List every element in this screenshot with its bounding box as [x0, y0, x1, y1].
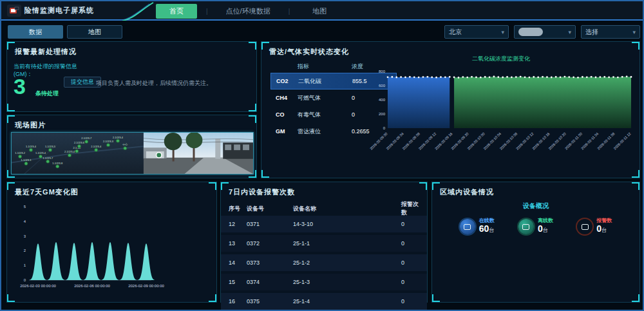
tab-2[interactable]: 点位/环境数据 — [217, 4, 279, 19]
map-marker-label: 2-1/2/3-4 — [91, 145, 102, 148]
cell-dc2: 0372 — [247, 240, 293, 247]
logo-icon — [9, 6, 19, 15]
site-select-redacted-value — [518, 28, 543, 36]
site-select[interactable]: ▾ — [514, 25, 576, 39]
gas-header-indicator: 指标 — [298, 62, 352, 71]
cell-dc2: 0374 — [247, 279, 293, 285]
gas-cell-name: 有毒气体 — [298, 111, 352, 119]
gas-cell-name: 雷达液位 — [298, 127, 352, 136]
map-marker[interactable] — [46, 160, 50, 163]
map-marker[interactable] — [124, 147, 127, 150]
svg-text:5: 5 — [24, 205, 26, 209]
map-marker[interactable] — [24, 162, 28, 165]
chevron-down-icon: ▾ — [632, 29, 636, 35]
table-row[interactable]: 12037114-3-100 — [221, 216, 427, 232]
svg-text:1: 1 — [24, 263, 26, 267]
gas-cell-code: GM — [270, 128, 298, 135]
svg-text:4: 4 — [24, 220, 26, 223]
gas-cell-name: 二氧化碳 — [298, 77, 352, 86]
svg-text:2: 2 — [24, 249, 26, 252]
svg-text:600: 600 — [379, 84, 386, 88]
map-marker[interactable] — [85, 140, 88, 144]
chevron-down-icon: ▾ — [501, 29, 504, 35]
gas-cell-code: CO2 — [271, 78, 298, 84]
device-icon — [460, 219, 475, 234]
svg-text:2026-02-03 00:00:00: 2026-02-03 00:00:00 — [20, 284, 56, 288]
map-marker-label: 2-1/2/3-4 — [64, 150, 75, 153]
gm-chart-svg[interactable]: 0123452026-02-03 00:00:002026-02-06 00:0… — [12, 198, 213, 299]
map-marker[interactable] — [77, 145, 80, 148]
map-marker[interactable] — [75, 149, 79, 153]
map-marker-label: 1-1/2/3-4 — [35, 151, 46, 155]
co2-chart: 二氧化碳浓度监测变化 02004006008002026-02-09 00202… — [366, 55, 636, 176]
device-select[interactable]: 选择 ▾ — [581, 25, 640, 39]
map-marker-label: 1-1/2/3-1 — [21, 158, 32, 162]
map-marker-label: 2-1/2/3-3 — [103, 140, 113, 143]
map-marker-label: 1-1/2/3-5 — [45, 145, 56, 148]
table-row[interactable]: 15037425-1-30 — [221, 274, 427, 290]
stat-item-online: 在线数60台 — [460, 217, 495, 235]
map-marker[interactable] — [39, 155, 42, 158]
alarm-count-suffix: 条待处理 — [35, 90, 59, 98]
svg-text:400: 400 — [379, 98, 386, 102]
map-marker[interactable] — [56, 165, 59, 168]
header-seq: 序号 — [221, 205, 247, 213]
table-row[interactable]: 13037225-1-10 — [221, 235, 427, 252]
stat-item-offline: 离线数0台 — [518, 217, 553, 235]
map-marker-label: 2-1/2/3-4 — [113, 136, 124, 139]
map-marker[interactable] — [29, 148, 32, 151]
svg-text:0: 0 — [24, 278, 26, 282]
map-view-button[interactable]: 地图 — [67, 25, 122, 39]
tab-3[interactable]: 地图 — [299, 4, 340, 19]
svg-text:2026-02-06 00:00:00: 2026-02-06 00:00:00 — [74, 284, 110, 288]
map-marker-label: 1-1/2/3-7 — [43, 156, 53, 160]
alarm-note: 项目负责人需及时处理，后续情况仍需关注。 — [96, 79, 212, 88]
map-marker[interactable] — [106, 144, 109, 147]
co2-chart-svg[interactable]: 02004006008002026-02-09 002026-02-09 042… — [366, 64, 635, 172]
cell-dc4: 0 — [382, 240, 421, 247]
cell-dc4: 0 — [382, 259, 421, 266]
device-stats: 在线数60台离线数0台报警数0台 — [432, 217, 639, 235]
stat-texts: 离线数0台 — [538, 217, 553, 235]
data-view-button[interactable]: 数据 — [8, 25, 63, 39]
map-marker[interactable] — [19, 155, 22, 158]
stat-texts: 在线数60台 — [479, 217, 495, 235]
co2-chart-title: 二氧化碳浓度监测变化 — [366, 55, 636, 64]
header-device-no: 设备号 — [247, 205, 293, 213]
map-marker[interactable] — [116, 139, 119, 142]
stat-value: 0台 — [538, 224, 553, 235]
cell-dc4: 0 — [382, 279, 421, 285]
stat-value: 60台 — [479, 224, 495, 235]
map-marker[interactable] — [48, 148, 52, 151]
tab-separator: | — [289, 8, 290, 15]
dashboard-page: 险情监测电子屏系统 首页|点位/环境数据|地图 数据 地图 北京 ▾ ▾ 选择 … — [0, 0, 644, 311]
region-select[interactable]: 北京 ▾ — [444, 25, 509, 39]
site-photo[interactable]: 1-1/2/3-21-1/2/3-41-1/2/3-11-1/2/3-41-1/… — [11, 132, 254, 174]
header-alarm-count: 报警次数 — [382, 200, 421, 217]
chevron-down-icon: ▾ — [568, 29, 571, 35]
table-row[interactable]: 16037525-1-40 — [221, 293, 427, 310]
cell-dc3: 14-3-10 — [293, 221, 382, 227]
map-marker-label: 中心 — [122, 143, 128, 146]
topbar: 险情监测电子屏系统 首页|点位/环境数据|地图 — [1, 1, 643, 21]
cell-dc1: 14 — [221, 259, 247, 266]
map-marker-label: 2-1/2/3-7 — [81, 137, 91, 140]
map-marker[interactable] — [95, 148, 98, 151]
map-marker[interactable] — [68, 154, 71, 157]
tab-1[interactable]: 首页 — [156, 4, 197, 19]
device-table-header: 序号 设备号 设备名称 报警次数 — [221, 202, 427, 216]
device-overview-subtitle: 设备概况 — [432, 202, 639, 211]
map-marker-label: 1-1/2/3-4 — [26, 145, 37, 148]
gm-panel: 最近7天GM变化图 0123452026-02-03 00:00:002026-… — [6, 182, 217, 303]
cell-dc3: 25-1-4 — [293, 298, 382, 305]
cell-dc1: 12 — [221, 221, 247, 227]
table-row[interactable]: 14037325-1-20 — [221, 254, 427, 271]
app-logo — [7, 5, 21, 17]
svg-text:200: 200 — [379, 112, 386, 116]
app-title: 险情监测电子屏系统 — [24, 6, 94, 15]
device-alarm-table: 序号 设备号 设备名称 报警次数 12037114-3-10013037225-… — [221, 202, 427, 311]
gas-cell-name: 可燃气体 — [298, 94, 352, 102]
map-marker-label: 2-1/2/3-6 — [74, 141, 84, 144]
alarm-panel-title: 报警最新处理情况 — [15, 47, 77, 57]
gas-panel: 雷达/气体实时状态变化 指标 浓度 CO2二氧化碳855.5CH4可燃气体0CO… — [261, 41, 640, 178]
